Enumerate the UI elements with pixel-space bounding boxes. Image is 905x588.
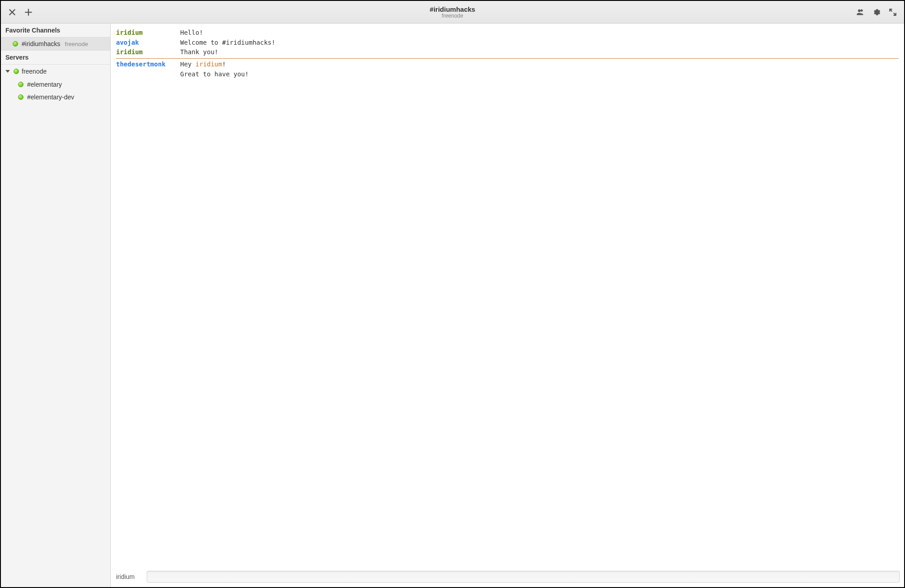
sidebar: Favorite Channels #iridiumhacksfreenode … [1,23,111,587]
favorites-header: Favorite Channels [1,23,110,37]
chat-message: thedesertmonkHey iridium! [116,60,899,70]
window-title: #iridiumhacks [430,5,476,13]
chat-message: iridiumThank you! [116,47,899,57]
status-dot-icon [13,41,18,47]
message-text: Hello! [180,28,203,38]
status-dot-icon [18,94,23,100]
disclosure-triangle-icon[interactable] [5,70,10,73]
chat-message: avojakWelcome to #iridiumhacks! [116,38,899,48]
message-nick: thedesertmonk [116,60,180,70]
expand-icon [889,8,897,16]
favorite-channel-item[interactable]: #iridiumhacksfreenode [1,37,110,50]
users-icon [856,8,864,16]
settings-button[interactable] [869,5,884,20]
chat-panel: iridiumHello!avojakWelcome to #iridiumha… [111,23,904,587]
servers-header: Servers [1,50,110,65]
channel-item[interactable]: #elementary-dev [1,91,110,103]
favorite-channel-name: #iridiumhacks [22,40,61,47]
message-nick: avojak [116,38,180,48]
add-button[interactable] [21,5,36,20]
gear-icon [872,8,881,16]
server-item[interactable]: freenode [1,65,110,78]
close-button[interactable] [5,5,20,20]
users-button[interactable] [853,5,868,20]
channel-item[interactable]: #elementary [1,78,110,91]
message-text: Great to have you! [180,70,249,79]
message-input[interactable] [147,571,900,583]
chat-message: Great to have you! [116,70,899,79]
chat-message: iridiumHello! [116,28,899,38]
server-name: freenode [22,68,47,75]
favorite-channel-server: freenode [65,41,88,47]
channel-name: #elementary [27,81,62,88]
message-input-bar: iridium [111,567,904,587]
headerbar: #iridiumhacks freenode [1,1,904,23]
input-nick-label: iridium [116,573,142,580]
message-text: Thank you! [180,47,218,57]
message-nick [116,70,180,79]
window-subtitle: freenode [442,13,463,19]
message-text: Hey iridium! [180,60,226,70]
chat-log[interactable]: iridiumHello!avojakWelcome to #iridiumha… [111,23,904,567]
message-nick: iridium [116,47,180,57]
close-icon [8,8,16,16]
status-dot-icon [18,82,23,87]
message-text: Welcome to #iridiumhacks! [180,38,275,48]
plus-icon [24,8,33,16]
channel-name: #elementary-dev [27,93,74,101]
unread-marker [116,58,899,59]
status-dot-icon [14,69,19,74]
maximize-button[interactable] [885,5,900,20]
message-nick: iridium [116,28,180,38]
